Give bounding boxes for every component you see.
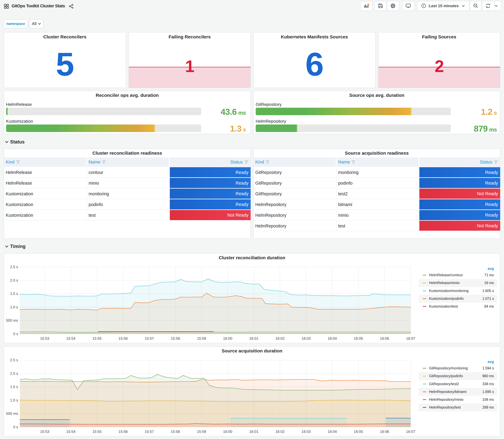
svg-text:16:01: 16:01 — [249, 336, 258, 341]
svg-text:15:57: 15:57 — [145, 429, 154, 434]
svg-text:16:07: 16:07 — [406, 336, 415, 341]
svg-text:0 s: 0 s — [13, 425, 18, 429]
svg-text:1.5 s: 1.5 s — [10, 292, 18, 296]
svg-text:16:05: 16:05 — [354, 429, 363, 434]
svg-text:16:03: 16:03 — [302, 429, 311, 434]
svg-text:16:02: 16:02 — [275, 336, 285, 341]
svg-text:16:07: 16:07 — [406, 429, 415, 434]
svg-text:2.5 s: 2.5 s — [10, 265, 18, 269]
svg-text:500 ms: 500 ms — [6, 412, 18, 415]
svg-text:1.0 s: 1.0 s — [10, 305, 18, 309]
svg-text:2.0 s: 2.0 s — [10, 371, 18, 376]
svg-text:15:56: 15:56 — [119, 336, 128, 341]
svg-text:15:55: 15:55 — [92, 336, 102, 341]
svg-text:15:55: 15:55 — [92, 429, 102, 434]
svg-text:16:05: 16:05 — [354, 336, 363, 341]
svg-text:500 ms: 500 ms — [6, 318, 18, 322]
svg-text:15:57: 15:57 — [145, 336, 154, 341]
svg-text:15:59: 15:59 — [197, 336, 206, 341]
svg-text:15:58: 15:58 — [171, 429, 180, 434]
svg-text:15:53: 15:53 — [40, 429, 49, 434]
svg-text:16:00: 16:00 — [223, 429, 232, 434]
svg-text:1.5 s: 1.5 s — [10, 385, 18, 389]
svg-text:15:59: 15:59 — [197, 429, 206, 434]
svg-text:16:06: 16:06 — [380, 336, 389, 341]
svg-text:16:03: 16:03 — [302, 336, 311, 341]
svg-text:16:04: 16:04 — [328, 336, 337, 341]
svg-text:2.0 s: 2.0 s — [10, 278, 18, 282]
svg-text:16:04: 16:04 — [328, 429, 337, 434]
svg-text:1.0 s: 1.0 s — [10, 398, 18, 402]
svg-text:15:58: 15:58 — [171, 336, 180, 341]
svg-text:15:56: 15:56 — [119, 429, 128, 434]
svg-text:15:54: 15:54 — [66, 429, 75, 434]
svg-text:16:01: 16:01 — [249, 429, 258, 434]
svg-text:16:00: 16:00 — [223, 336, 232, 341]
svg-text:16:02: 16:02 — [275, 429, 285, 434]
svg-text:0 s: 0 s — [13, 332, 18, 336]
svg-text:16:06: 16:06 — [380, 429, 389, 434]
svg-text:2.5 s: 2.5 s — [10, 358, 18, 362]
svg-text:15:54: 15:54 — [66, 336, 75, 341]
svg-text:15:53: 15:53 — [40, 336, 49, 341]
